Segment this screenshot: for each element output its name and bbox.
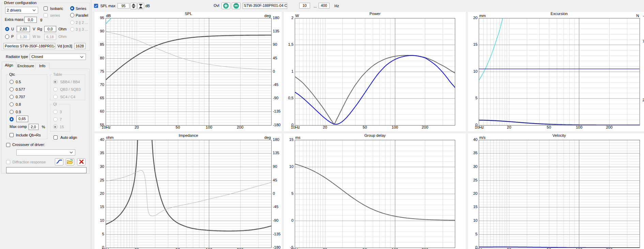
- svg-text:10: 10: [100, 218, 104, 222]
- svg-text:10Hz: 10Hz: [291, 248, 300, 249]
- svg-text:ms: ms: [295, 135, 301, 140]
- svg-text:85: 85: [100, 42, 104, 46]
- svg-text:W: W: [295, 14, 299, 18]
- svg-text:1,5: 1,5: [288, 42, 294, 46]
- svg-text:100: 100: [392, 248, 398, 249]
- svg-text:20: 20: [323, 248, 327, 249]
- svg-text:5: 5: [475, 232, 477, 236]
- svg-text:10Hz: 10Hz: [102, 125, 111, 129]
- svg-text:15: 15: [473, 205, 478, 209]
- svg-text:0,5: 0,5: [288, 96, 294, 100]
- svg-text:100: 100: [392, 125, 398, 129]
- svg-text:80: 80: [100, 56, 104, 60]
- svg-text:mm: mm: [479, 14, 486, 18]
- svg-text:20: 20: [135, 248, 139, 249]
- svg-text:50: 50: [176, 248, 180, 249]
- svg-text:200: 200: [422, 248, 428, 249]
- svg-text:Velocity: Velocity: [552, 133, 566, 137]
- svg-text:15: 15: [100, 205, 104, 209]
- svg-text:15: 15: [473, 42, 478, 46]
- svg-text:10: 10: [473, 218, 478, 222]
- svg-text:2: 2: [291, 16, 293, 20]
- svg-text:SPL: SPL: [185, 12, 192, 16]
- svg-text:-90: -90: [273, 218, 279, 222]
- svg-text:50: 50: [363, 248, 367, 249]
- svg-text:100: 100: [576, 248, 582, 249]
- svg-text:Excursion: Excursion: [551, 12, 568, 16]
- svg-text:35: 35: [100, 151, 104, 155]
- svg-text:-90: -90: [273, 96, 279, 100]
- svg-text:30: 30: [100, 164, 104, 169]
- svg-text:100: 100: [206, 125, 212, 129]
- svg-text:135: 135: [273, 151, 279, 155]
- svg-text:-135: -135: [273, 109, 281, 113]
- svg-text:50: 50: [176, 125, 180, 129]
- svg-text:-180: -180: [273, 123, 281, 127]
- svg-text:deg: deg: [264, 135, 271, 140]
- svg-text:0: 0: [273, 69, 275, 73]
- svg-text:135: 135: [273, 29, 279, 33]
- svg-text:10: 10: [289, 164, 294, 169]
- svg-text:10Hz: 10Hz: [475, 125, 484, 129]
- svg-text:30: 30: [473, 164, 478, 169]
- svg-text:20: 20: [100, 191, 104, 195]
- svg-text:50: 50: [547, 125, 551, 129]
- svg-text:200: 200: [422, 125, 428, 129]
- svg-text:50: 50: [363, 125, 367, 129]
- svg-text:45: 45: [273, 178, 277, 182]
- svg-text:200: 200: [237, 248, 243, 249]
- svg-text:Impedance: Impedance: [179, 133, 198, 137]
- svg-text:20: 20: [507, 248, 511, 249]
- svg-text:60: 60: [100, 109, 104, 113]
- svg-text:90: 90: [273, 164, 277, 169]
- svg-text:180: 180: [273, 137, 279, 142]
- svg-text:100: 100: [206, 248, 212, 249]
- svg-text:m/s: m/s: [479, 135, 486, 140]
- svg-text:10Hz: 10Hz: [475, 248, 484, 249]
- svg-text:90: 90: [273, 42, 277, 46]
- svg-text:200: 200: [606, 125, 612, 129]
- svg-text:35: 35: [473, 151, 478, 155]
- svg-text:200: 200: [237, 125, 243, 129]
- svg-text:15: 15: [289, 137, 294, 142]
- svg-text:70: 70: [100, 83, 104, 87]
- svg-text:Group delay: Group delay: [364, 133, 386, 137]
- svg-text:20: 20: [507, 125, 511, 129]
- svg-text:-135: -135: [273, 232, 281, 236]
- svg-text:-45: -45: [273, 83, 279, 87]
- svg-text:20: 20: [323, 125, 327, 129]
- svg-text:75: 75: [100, 69, 104, 73]
- svg-text:dB: dB: [106, 14, 111, 18]
- svg-text:deg: deg: [264, 14, 271, 18]
- svg-text:-180: -180: [273, 245, 281, 249]
- svg-text:0: 0: [273, 191, 275, 195]
- svg-text:25: 25: [100, 178, 104, 182]
- svg-text:5: 5: [291, 191, 293, 195]
- svg-text:90: 90: [100, 29, 104, 33]
- svg-text:20: 20: [473, 16, 478, 20]
- svg-text:1: 1: [291, 69, 293, 73]
- svg-text:25: 25: [473, 178, 478, 182]
- svg-text:20: 20: [135, 125, 139, 129]
- svg-text:10: 10: [473, 69, 478, 73]
- svg-text:5: 5: [475, 96, 477, 100]
- svg-text:200: 200: [606, 248, 612, 249]
- svg-text:-45: -45: [273, 205, 279, 209]
- svg-text:ohm: ohm: [106, 135, 113, 140]
- svg-text:95: 95: [100, 16, 104, 20]
- svg-text:180: 180: [273, 16, 279, 20]
- svg-text:20: 20: [473, 191, 478, 195]
- svg-text:Power: Power: [369, 12, 381, 16]
- svg-text:40: 40: [100, 137, 104, 142]
- svg-text:10Hz: 10Hz: [102, 248, 111, 249]
- svg-text:10Hz: 10Hz: [291, 125, 300, 129]
- svg-text:45: 45: [273, 56, 277, 60]
- svg-text:50: 50: [547, 248, 551, 249]
- svg-text:100: 100: [576, 125, 582, 129]
- svg-text:65: 65: [100, 96, 104, 100]
- svg-text:40: 40: [473, 137, 478, 142]
- svg-text:N: N: [636, 14, 639, 18]
- svg-text:5: 5: [102, 232, 104, 236]
- svg-text:0: 0: [291, 218, 293, 222]
